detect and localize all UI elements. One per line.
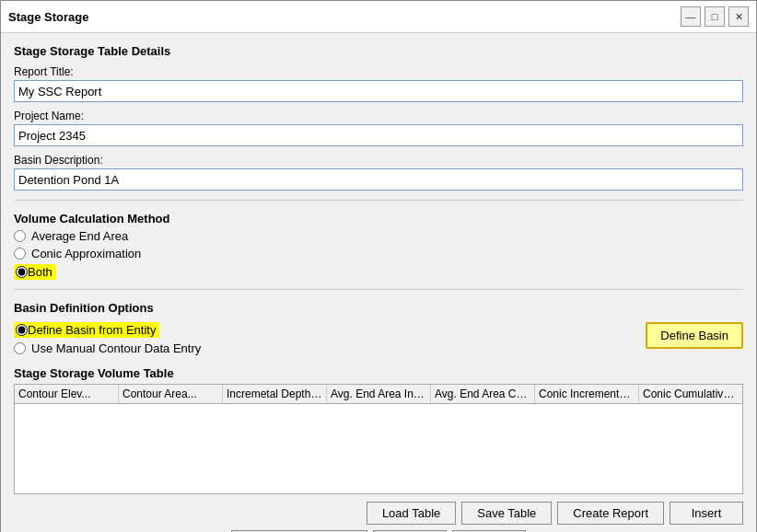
radio-manual-contour[interactable]: Use Manual Contour Data Entry	[14, 341, 201, 355]
save-table-button[interactable]: Save Table	[461, 502, 552, 525]
basin-section-title: Basin Definition Options	[14, 301, 743, 315]
table-container[interactable]: Contour Elev... Contour Area... Incremet…	[14, 384, 743, 494]
basin-left: Define Basin from Entity Use Manual Cont…	[14, 322, 201, 355]
radio-both-input[interactable]	[16, 266, 28, 278]
content-area: Stage Storage Table Details Report Title…	[1, 33, 756, 532]
table-section: Stage Storage Volume Table Contour Elev.…	[14, 366, 743, 494]
basin-description-label: Basin Description:	[14, 154, 743, 167]
report-title-input[interactable]	[14, 80, 743, 102]
radio-manual-contour-label: Use Manual Contour Data Entry	[31, 341, 201, 355]
divider-2	[14, 289, 743, 290]
col-header-2: Incremetal Depth (ft)	[223, 385, 327, 403]
project-name-input[interactable]	[14, 124, 743, 146]
volume-section: Volume Calculation Method Average End Ar…	[14, 212, 743, 280]
insert-button[interactable]: Insert	[670, 502, 743, 525]
divider-1	[14, 200, 743, 201]
window-controls: — □ ✕	[681, 6, 749, 27]
col-header-1: Contour Area...	[119, 385, 223, 403]
define-entity-highlight: Define Basin from Entity	[14, 322, 159, 338]
load-table-button[interactable]: Load Table	[367, 502, 456, 525]
col-header-0: Contour Elev...	[15, 385, 119, 403]
radio-avg-end-area-label: Average End Area	[31, 229, 128, 243]
radio-conic-approx-input[interactable]	[14, 248, 26, 260]
col-header-4: Avg. End Area Cu...	[431, 385, 535, 403]
section-title: Stage Storage Table Details	[14, 44, 743, 58]
both-highlight: Both	[14, 264, 56, 280]
radio-avg-end-area-input[interactable]	[14, 230, 26, 242]
main-window: Stage Storage — □ ✕ Stage Storage Table …	[0, 0, 757, 532]
basin-section: Basin Definition Options Define Basin fr…	[14, 301, 743, 355]
col-header-5: Conic Incremental V...	[535, 385, 639, 403]
volume-section-title: Volume Calculation Method	[14, 212, 743, 226]
radio-define-from-entity[interactable]: Define Basin from Entity	[14, 322, 201, 338]
table-section-title: Stage Storage Volume Table	[14, 366, 743, 380]
create-report-button[interactable]: Create Report	[557, 502, 664, 525]
minimize-button[interactable]: —	[681, 6, 701, 27]
table-header: Contour Elev... Contour Area... Incremet…	[15, 385, 742, 404]
col-header-6: Conic Cumulative ...	[639, 385, 742, 403]
close-button[interactable]: ✕	[728, 6, 749, 27]
radio-manual-contour-input[interactable]	[14, 342, 26, 354]
radio-conic-approx-label: Conic Approximation	[31, 247, 141, 260]
project-name-label: Project Name:	[14, 110, 743, 122]
basin-row: Define Basin from Entity Use Manual Cont…	[14, 318, 743, 355]
button-row-1: Load Table Save Table Create Report Inse…	[14, 502, 743, 525]
maximize-button[interactable]: □	[705, 6, 725, 27]
radio-define-from-entity-label: Define Basin from Entity	[28, 323, 156, 337]
window-title: Stage Storage	[8, 10, 88, 24]
report-title-label: Report Title:	[14, 65, 743, 78]
radio-define-from-entity-input[interactable]	[16, 324, 28, 336]
basin-description-input[interactable]	[14, 168, 743, 191]
radio-both-label: Both	[28, 265, 52, 279]
title-bar: Stage Storage — □ ✕	[1, 1, 756, 33]
volume-radio-group: Average End Area Conic Approximation Bot…	[14, 229, 743, 280]
radio-conic-approx[interactable]: Conic Approximation	[14, 247, 743, 260]
radio-avg-end-area[interactable]: Average End Area	[14, 229, 743, 243]
radio-both[interactable]: Both	[14, 264, 743, 280]
define-basin-button[interactable]: Define Basin	[646, 322, 743, 349]
col-header-3: Avg. End Area Incre...	[327, 385, 431, 403]
